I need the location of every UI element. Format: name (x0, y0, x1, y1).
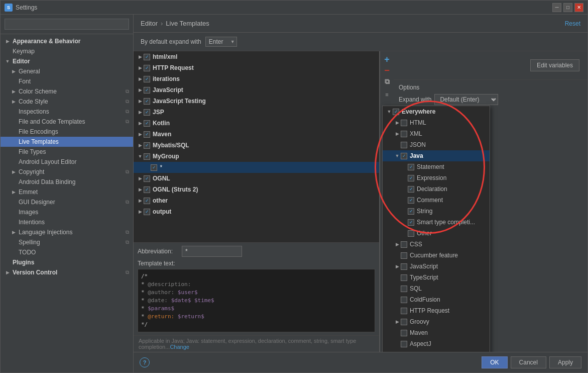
template-group-ognl-struts[interactable]: OGNL (Struts 2) (134, 184, 379, 195)
popup-checkbox[interactable] (408, 175, 414, 181)
abbreviation-input[interactable] (182, 246, 242, 257)
move-template-button[interactable]: ≡ (382, 89, 392, 100)
popup-checkbox[interactable] (401, 142, 407, 148)
template-checkbox[interactable] (144, 131, 150, 138)
sidebar-item-android-data[interactable]: Android Data Binding (1, 177, 133, 187)
popup-checkbox[interactable] (401, 241, 407, 248)
template-group-output[interactable]: output (134, 206, 379, 217)
sidebar-item-file-encodings[interactable]: File Encodings (1, 127, 133, 137)
sidebar-item-appearance[interactable]: Appearance & Behavior (1, 36, 133, 46)
sidebar-item-font[interactable]: Font (1, 76, 133, 86)
popup-checkbox[interactable] (408, 164, 414, 170)
popup-statement[interactable]: Statement (383, 161, 490, 172)
popup-checkbox[interactable] (401, 308, 407, 314)
sidebar-item-language-injections[interactable]: Language Injections ⧉ (1, 227, 133, 237)
sidebar-item-keymap[interactable]: Keymap (1, 46, 133, 56)
popup-actionscript[interactable]: ActionScript (383, 349, 490, 352)
sidebar-item-android-layout[interactable]: Android Layout Editor (1, 157, 133, 167)
template-group-iterations[interactable]: iterations (134, 73, 379, 84)
popup-xml[interactable]: XML (383, 128, 490, 139)
template-group-other[interactable]: other (134, 195, 379, 206)
reset-button[interactable]: Reset (565, 20, 580, 27)
popup-javascript[interactable]: JavaScript (383, 261, 490, 272)
template-checkbox[interactable] (144, 153, 150, 160)
sidebar-item-file-code-templates[interactable]: File and Code Templates ⧉ (1, 117, 133, 127)
popup-expression[interactable]: Expression (383, 172, 490, 183)
sidebar-item-plugins[interactable]: Plugins (1, 257, 133, 267)
template-checkbox[interactable] (144, 120, 150, 127)
ok-button[interactable]: OK (482, 356, 507, 368)
edit-variables-button[interactable]: Edit variables (530, 59, 579, 71)
sidebar-item-code-style[interactable]: Code Style ⧉ (1, 97, 133, 107)
sidebar-item-color-scheme[interactable]: Color Scheme ⧉ (1, 86, 133, 97)
template-checkbox[interactable] (144, 54, 150, 60)
popup-checkbox[interactable] (401, 330, 407, 336)
remove-template-button[interactable]: − (382, 65, 392, 75)
popup-cucumber[interactable]: Cucumber feature (383, 250, 490, 261)
popup-sql[interactable]: SQL (383, 283, 490, 294)
apply-button[interactable]: Apply (549, 356, 581, 368)
template-checkbox[interactable] (144, 142, 150, 149)
popup-checkbox[interactable] (401, 274, 407, 281)
popup-groovy[interactable]: Groovy (383, 316, 490, 327)
popup-everywhere[interactable]: Everywhere (383, 106, 490, 117)
template-group-html-xml[interactable]: html/xml (134, 51, 379, 62)
popup-checkbox[interactable] (401, 352, 407, 352)
template-item-star[interactable]: * (134, 162, 379, 173)
popup-declaration[interactable]: Declaration (383, 183, 490, 195)
sidebar-item-todo[interactable]: TODO (1, 247, 133, 257)
template-checkbox[interactable] (144, 87, 150, 94)
sidebar-item-gui-designer[interactable]: GUI Designer ⧉ (1, 197, 133, 207)
expand-with-select[interactable]: Default (Enter) Enter Tab (434, 94, 498, 105)
cancel-button[interactable]: Cancel (511, 356, 546, 368)
sidebar-item-intentions[interactable]: Intentions (1, 217, 133, 227)
close-button[interactable]: ✕ (574, 3, 583, 12)
search-input[interactable] (5, 19, 129, 30)
template-group-maven[interactable]: Maven (134, 129, 379, 140)
sidebar-item-emmet[interactable]: Emmet (1, 187, 133, 197)
popup-checkbox[interactable] (401, 120, 407, 126)
popup-checkbox[interactable] (401, 153, 407, 159)
popup-checkbox[interactable] (393, 109, 399, 115)
expand-select[interactable]: Enter Tab Space (205, 37, 237, 47)
popup-checkbox[interactable] (401, 252, 407, 259)
template-checkbox[interactable] (144, 65, 150, 71)
popup-checkbox[interactable] (401, 263, 407, 270)
popup-checkbox[interactable] (401, 286, 407, 292)
popup-smart-type[interactable]: Smart type completi... (383, 217, 490, 228)
template-checkbox[interactable] (144, 76, 150, 82)
copy-template-button[interactable]: ⧉ (382, 76, 392, 86)
template-group-mybatis[interactable]: Mybatis/SQL (134, 140, 379, 151)
popup-checkbox[interactable] (408, 197, 414, 204)
template-checkbox[interactable] (144, 209, 150, 215)
template-group-mygroup[interactable]: MyGroup (134, 151, 379, 162)
help-button[interactable]: ? (140, 357, 150, 367)
template-checkbox[interactable] (151, 164, 157, 171)
popup-json[interactable]: JSON (383, 139, 490, 150)
template-checkbox[interactable] (144, 109, 150, 116)
sidebar-item-file-types[interactable]: File Types (1, 147, 133, 157)
popup-checkbox[interactable] (408, 219, 414, 226)
template-group-jsp[interactable]: JSP (134, 107, 379, 118)
template-code-area[interactable]: /* * @description: * @author: $user$ * @… (138, 269, 375, 332)
template-group-http[interactable]: HTTP Request (134, 62, 379, 73)
sidebar-item-spelling[interactable]: Spelling ⧉ (1, 237, 133, 247)
popup-http-request[interactable]: HTTP Request (383, 305, 490, 316)
sidebar-item-version-control[interactable]: Version Control ⧉ (1, 267, 133, 277)
template-group-js-testing[interactable]: JavaScript Testing (134, 96, 379, 107)
sidebar-item-editor[interactable]: Editor (1, 56, 133, 66)
popup-checkbox[interactable] (408, 186, 414, 193)
popup-aspectj[interactable]: AspectJ (383, 338, 490, 349)
popup-checkbox[interactable] (401, 297, 407, 303)
sidebar-item-copyright[interactable]: Copyright ⧉ (1, 167, 133, 177)
popup-css[interactable]: CSS (383, 239, 490, 250)
maximize-button[interactable]: □ (563, 3, 572, 12)
popup-java[interactable]: Java (383, 150, 490, 161)
popup-checkbox[interactable] (401, 131, 407, 137)
template-checkbox[interactable] (144, 98, 150, 105)
template-checkbox[interactable] (144, 198, 150, 204)
popup-other-java[interactable]: Other (383, 228, 490, 239)
popup-checkbox[interactable] (401, 319, 407, 325)
template-group-ognl[interactable]: OGNL (134, 173, 379, 184)
popup-checkbox[interactable] (408, 230, 414, 237)
